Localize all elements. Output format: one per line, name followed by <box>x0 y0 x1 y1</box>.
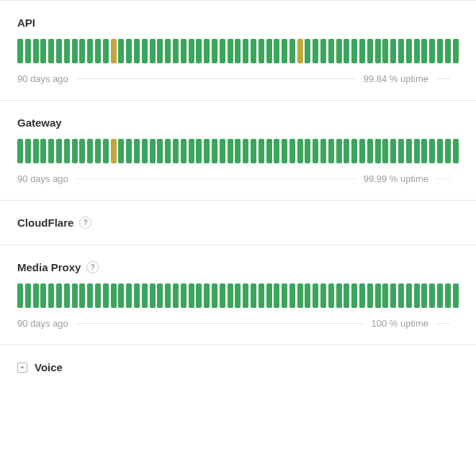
uptime-day-bar[interactable] <box>367 283 373 308</box>
uptime-day-bar[interactable] <box>56 283 62 308</box>
uptime-day-bar[interactable] <box>17 283 23 308</box>
uptime-day-bar[interactable] <box>320 283 326 308</box>
uptime-day-bar[interactable] <box>134 283 140 308</box>
uptime-day-bar[interactable] <box>382 39 388 63</box>
uptime-day-bar[interactable] <box>336 39 342 63</box>
uptime-day-bar[interactable] <box>320 139 326 163</box>
uptime-day-bar[interactable] <box>142 283 148 308</box>
uptime-day-bar[interactable] <box>421 39 427 63</box>
uptime-day-bar[interactable] <box>282 139 287 163</box>
uptime-day-bar[interactable] <box>359 139 365 163</box>
uptime-day-bar[interactable] <box>126 39 132 63</box>
uptime-day-bar[interactable] <box>118 283 124 308</box>
help-icon[interactable]: ? <box>86 261 99 273</box>
uptime-day-bar[interactable] <box>297 283 303 308</box>
uptime-day-bar[interactable] <box>336 139 342 163</box>
uptime-day-bar[interactable] <box>64 283 70 308</box>
uptime-day-bar[interactable] <box>343 139 349 163</box>
uptime-day-bar[interactable] <box>398 283 404 308</box>
uptime-day-bar[interactable] <box>33 139 39 163</box>
uptime-day-bar[interactable] <box>297 139 303 163</box>
uptime-day-bar[interactable] <box>437 39 443 63</box>
uptime-day-bar[interactable] <box>48 139 54 163</box>
uptime-day-bar[interactable] <box>25 39 31 63</box>
component-name[interactable]: Gateway <box>17 117 62 129</box>
uptime-day-bar[interactable] <box>274 139 279 163</box>
uptime-day-bar[interactable] <box>414 139 420 163</box>
uptime-day-bar[interactable] <box>134 139 140 163</box>
uptime-day-bar[interactable] <box>343 283 349 308</box>
uptime-day-bar[interactable] <box>48 283 54 308</box>
component-name[interactable]: Media Proxy <box>17 261 81 273</box>
uptime-day-bar[interactable] <box>111 39 117 63</box>
uptime-day-bar[interactable] <box>189 283 194 308</box>
uptime-day-bar[interactable] <box>220 139 225 163</box>
uptime-day-bar[interactable] <box>406 39 412 63</box>
expand-icon[interactable]: + <box>17 363 27 373</box>
uptime-day-bar[interactable] <box>40 283 46 308</box>
component-voice[interactable]: +Voice <box>0 345 476 389</box>
uptime-day-bar[interactable] <box>103 139 109 163</box>
uptime-day-bar[interactable] <box>165 139 171 163</box>
uptime-day-bar[interactable] <box>390 283 396 308</box>
uptime-day-bar[interactable] <box>243 39 248 63</box>
uptime-day-bar[interactable] <box>305 39 310 63</box>
uptime-day-bar[interactable] <box>390 139 396 163</box>
uptime-day-bar[interactable] <box>40 139 46 163</box>
uptime-day-bar[interactable] <box>305 283 310 308</box>
uptime-day-bar[interactable] <box>343 39 349 63</box>
uptime-day-bar[interactable] <box>220 283 225 308</box>
uptime-day-bar[interactable] <box>243 283 248 308</box>
uptime-day-bar[interactable] <box>328 39 334 63</box>
uptime-day-bar[interactable] <box>235 39 241 63</box>
uptime-day-bar[interactable] <box>259 39 264 63</box>
uptime-day-bar[interactable] <box>289 283 295 308</box>
uptime-day-bar[interactable] <box>390 39 396 63</box>
uptime-day-bar[interactable] <box>204 139 210 163</box>
uptime-day-bar[interactable] <box>48 39 54 63</box>
uptime-day-bar[interactable] <box>445 39 451 63</box>
uptime-day-bar[interactable] <box>103 39 109 63</box>
uptime-day-bar[interactable] <box>95 283 101 308</box>
uptime-day-bar[interactable] <box>251 283 256 308</box>
uptime-day-bar[interactable] <box>95 39 101 63</box>
uptime-day-bar[interactable] <box>181 39 187 63</box>
uptime-day-bar[interactable] <box>33 283 39 308</box>
uptime-day-bar[interactable] <box>196 283 202 308</box>
uptime-day-bar[interactable] <box>414 283 420 308</box>
uptime-day-bar[interactable] <box>165 39 171 63</box>
uptime-day-bar[interactable] <box>421 139 427 163</box>
uptime-day-bar[interactable] <box>429 283 435 308</box>
uptime-day-bar[interactable] <box>87 139 93 163</box>
uptime-day-bar[interactable] <box>64 39 70 63</box>
help-icon[interactable]: ? <box>79 217 91 229</box>
uptime-day-bar[interactable] <box>126 283 132 308</box>
uptime-day-bar[interactable] <box>72 283 78 308</box>
uptime-day-bar[interactable] <box>79 139 85 163</box>
uptime-day-bar[interactable] <box>313 39 318 63</box>
uptime-day-bar[interactable] <box>453 139 459 163</box>
uptime-day-bar[interactable] <box>72 39 78 63</box>
uptime-day-bar[interactable] <box>320 39 326 63</box>
component-name[interactable]: API <box>17 17 35 29</box>
uptime-day-bar[interactable] <box>274 283 279 308</box>
uptime-day-bar[interactable] <box>157 139 163 163</box>
uptime-day-bar[interactable] <box>212 39 217 63</box>
uptime-day-bar[interactable] <box>212 283 217 308</box>
uptime-day-bar[interactable] <box>212 139 217 163</box>
uptime-day-bar[interactable] <box>87 283 93 308</box>
uptime-day-bar[interactable] <box>289 139 295 163</box>
uptime-day-bar[interactable] <box>429 39 435 63</box>
uptime-day-bar[interactable] <box>25 283 31 308</box>
uptime-day-bar[interactable] <box>351 39 357 63</box>
uptime-day-bar[interactable] <box>437 283 443 308</box>
uptime-day-bar[interactable] <box>56 139 62 163</box>
uptime-day-bar[interactable] <box>95 139 101 163</box>
uptime-day-bar[interactable] <box>118 139 124 163</box>
uptime-day-bar[interactable] <box>150 139 156 163</box>
uptime-day-bar[interactable] <box>251 39 256 63</box>
uptime-day-bar[interactable] <box>235 283 241 308</box>
uptime-day-bar[interactable] <box>173 283 179 308</box>
uptime-day-bar[interactable] <box>64 139 70 163</box>
uptime-day-bar[interactable] <box>445 139 451 163</box>
